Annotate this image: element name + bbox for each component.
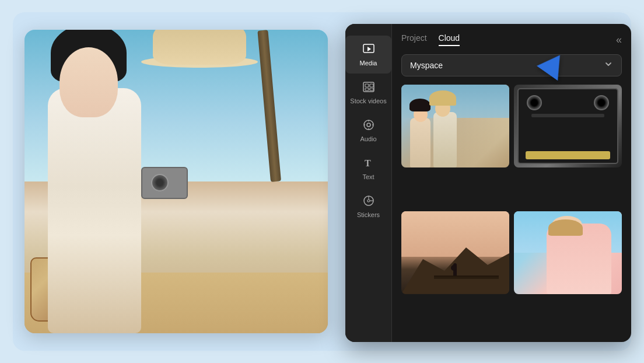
media-thumb-1[interactable]: [401, 85, 509, 167]
sidebar-label-media: Media: [360, 60, 377, 67]
photo-card: [24, 30, 328, 333]
sidebar-item-stock-videos[interactable]: Stock videos: [345, 74, 391, 111]
svg-rect-6: [370, 88, 373, 90]
tab-bar: Project Cloud «: [401, 33, 622, 46]
camera: [141, 167, 188, 199]
sidebar-label-stock: Stock videos: [350, 97, 386, 104]
main-content: Project Cloud « Myspace: [392, 24, 631, 342]
media-thumb-4[interactable]: [514, 211, 622, 294]
sidebar-item-text[interactable]: T Text: [345, 149, 391, 187]
tabs: Project Cloud: [401, 33, 460, 46]
dropdown-label: Myspace: [410, 61, 443, 70]
stock-videos-icon: [362, 81, 375, 95]
dropdown[interactable]: Myspace: [401, 54, 622, 76]
person1-body: [48, 88, 141, 333]
svg-marker-1: [368, 47, 371, 51]
media-thumb-3[interactable]: [401, 211, 509, 294]
dropdown-arrow-icon: [604, 60, 613, 71]
camera-lens: [151, 174, 169, 191]
media-icon: [362, 43, 375, 57]
stickers-icon: [362, 194, 375, 209]
media-thumb-2[interactable]: [514, 85, 622, 167]
sidebar-item-media[interactable]: Media: [345, 36, 391, 74]
sidebar-item-audio[interactable]: Audio: [345, 111, 391, 149]
svg-point-15: [368, 200, 370, 202]
svg-text:T: T: [365, 158, 371, 168]
svg-point-8: [367, 123, 370, 127]
sidebar-label-audio: Audio: [360, 135, 376, 142]
sidebar: Media Stock videos: [345, 24, 392, 342]
person1-head: [60, 47, 118, 117]
collapse-button[interactable]: «: [616, 34, 622, 46]
audio-icon: [362, 118, 375, 133]
svg-rect-4: [370, 84, 373, 87]
svg-rect-5: [365, 88, 369, 90]
media-grid: [401, 85, 622, 333]
svg-point-7: [364, 120, 373, 130]
scene-container: Media Stock videos: [13, 12, 631, 351]
sidebar-item-stickers[interactable]: Stickers: [345, 187, 391, 225]
sidebar-label-stickers: Stickers: [357, 211, 380, 218]
tab-cloud[interactable]: Cloud: [439, 33, 460, 46]
editor-panel: Media Stock videos: [345, 24, 631, 342]
text-icon: T: [362, 156, 375, 171]
svg-rect-3: [365, 84, 369, 87]
tab-project[interactable]: Project: [401, 33, 427, 46]
sidebar-label-text: Text: [362, 173, 374, 180]
hat-crown: [153, 30, 246, 65]
